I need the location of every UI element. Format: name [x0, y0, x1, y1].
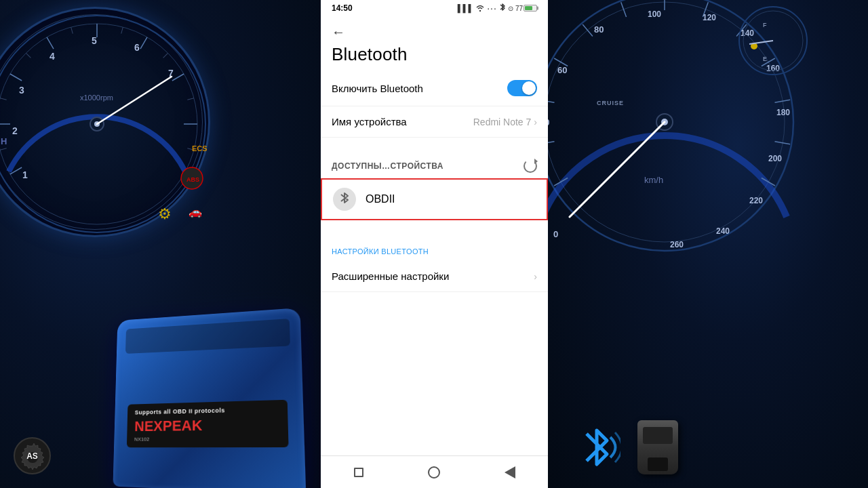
section-gap-2 — [321, 220, 548, 237]
section-gap-1 — [321, 138, 548, 154]
bluetooth-toggle-switch[interactable] — [507, 80, 537, 96]
wifi-icon — [475, 4, 485, 13]
svg-line-10 — [0, 148, 7, 150]
available-devices-header: ДОСТУПНЫ…СТРОЙСТВА — [321, 154, 548, 178]
svg-text:0: 0 — [553, 229, 558, 239]
svg-text:ABS: ABS — [186, 176, 199, 183]
svg-text:6: 6 — [134, 42, 140, 53]
svg-line-70 — [570, 122, 665, 217]
as-logo-text: AS — [26, 451, 38, 461]
refresh-icon[interactable] — [524, 159, 537, 173]
svg-text:⚙: ⚙ — [158, 205, 172, 222]
status-bar: 14:50 ▌▌▌ ··· ⊙ — [321, 0, 548, 16]
svg-text:200: 200 — [768, 154, 782, 163]
svg-text:ECS: ECS — [192, 144, 208, 152]
svg-line-15 — [163, 53, 168, 58]
bt-device-icon — [333, 188, 356, 211]
bluetooth-toggle-label: Включить Bluetooth — [332, 83, 423, 94]
svg-text:CRUISE: CRUISE — [597, 100, 624, 106]
svg-text:160: 160 — [766, 64, 780, 73]
obdii-device-row[interactable]: OBDII — [321, 178, 548, 220]
advanced-settings-row[interactable]: Расширенные настройки › — [321, 261, 548, 292]
obd-model: NX102 — [134, 435, 279, 442]
svg-text:E: E — [763, 56, 767, 62]
battery-icon: 77 — [515, 5, 537, 12]
dashboard-right: 0 20 40 60 80 100 120 140 160 180 200 22… — [542, 0, 868, 488]
svg-line-4 — [10, 74, 22, 81]
obd2-dongle — [637, 420, 678, 474]
svg-line-44 — [583, 24, 593, 37]
svg-line-16 — [187, 98, 194, 100]
bt-settings-section: НАСТРОЙКИ BLUETOOTH Расширенные настройк… — [321, 247, 548, 292]
bt-settings-section-label: НАСТРОЙКИ BLUETOOTH — [321, 247, 548, 261]
svg-text:240: 240 — [716, 226, 730, 236]
dashboard-left: 1 2 3 4 5 6 7 x1000rpm ECS ABS ⚙ 🚗 — [0, 0, 322, 488]
svg-text:60: 60 — [557, 65, 567, 75]
nexpeak-brand: NEXPEAK — [134, 417, 202, 435]
svg-line-13 — [71, 27, 73, 34]
advanced-settings-label: Расширенные настройки — [332, 270, 449, 282]
obd-supports-text: Supports all OBD II protocols — [135, 405, 279, 415]
recents-icon — [354, 468, 363, 477]
svg-line-8 — [172, 74, 184, 81]
obd-device: Supports all OBD II protocols NEXPEAK NX… — [95, 271, 322, 488]
svg-text:5: 5 — [92, 35, 97, 46]
svg-text:100: 100 — [648, 9, 661, 19]
nav-back-button[interactable] — [502, 464, 518, 481]
home-icon — [428, 466, 440, 479]
as-logo: AS — [14, 437, 51, 474]
nav-recents-button[interactable] — [351, 464, 367, 481]
svg-text:km/h: km/h — [644, 175, 663, 185]
svg-text:x1000rpm: x1000rpm — [80, 94, 113, 102]
svg-line-7 — [140, 37, 147, 49]
svg-line-5 — [47, 37, 54, 49]
bt-status-icon — [499, 3, 506, 14]
phone-overlay: 14:50 ▌▌▌ ··· ⊙ — [321, 0, 548, 488]
svg-text:4: 4 — [50, 51, 55, 62]
svg-text:180: 180 — [776, 108, 790, 117]
nav-home-button[interactable] — [426, 464, 442, 481]
status-time: 14:50 — [332, 3, 353, 13]
device-name-label: Имя устройства — [332, 116, 407, 127]
page-title: Bluetooth — [332, 44, 537, 65]
status-icons: ▌▌▌ ··· ⊙ 77 — [458, 3, 537, 14]
available-devices-title: ДОСТУПНЫ…СТРОЙСТВА — [332, 161, 443, 171]
signal2-icon: ⊙ — [508, 5, 513, 12]
toggle-knob — [522, 81, 536, 95]
signal-icon: ▌▌▌ — [458, 4, 473, 12]
svg-text:F: F — [763, 22, 767, 28]
svg-text:140: 140 — [741, 28, 754, 38]
svg-text:🚗: 🚗 — [189, 205, 202, 218]
back-button[interactable]: ← — [332, 24, 537, 40]
svg-line-12 — [26, 53, 31, 58]
svg-text:2: 2 — [12, 125, 18, 136]
nav-bar — [321, 455, 548, 488]
bottom-icons — [542, 420, 868, 474]
device-name-value: Redmi Note 7 › — [473, 117, 537, 127]
bluetooth-large-icon — [570, 420, 624, 474]
header-area: ← Bluetooth — [321, 16, 548, 70]
svg-text:260: 260 — [670, 240, 684, 249]
svg-text:3: 3 — [19, 85, 24, 96]
rpm-gauge: 1 2 3 4 5 6 7 x1000rpm ECS ABS ⚙ 🚗 — [0, 7, 210, 237]
svg-line-11 — [0, 98, 7, 100]
chevron-right-icon: › — [534, 117, 537, 127]
device-name-row[interactable]: Имя устройства Redmi Note 7 › — [321, 106, 548, 138]
device-name-obdii: OBDII — [366, 193, 395, 205]
svg-text:220: 220 — [749, 196, 763, 205]
obd-label: Supports all OBD II protocols NEXPEAK NX… — [127, 400, 289, 448]
bluetooth-toggle-row[interactable]: Включить Bluetooth — [321, 70, 548, 106]
svg-text:1: 1 — [22, 169, 28, 180]
svg-line-14 — [121, 27, 123, 34]
settings-body: Включить Bluetooth Имя устройства Redmi … — [321, 70, 548, 455]
more-icon: ··· — [487, 3, 497, 14]
svg-text:80: 80 — [594, 24, 604, 35]
svg-text:120: 120 — [703, 13, 716, 22]
back-icon — [505, 466, 515, 479]
advanced-chevron-icon: › — [534, 271, 537, 282]
svg-text:H: H — [1, 136, 7, 146]
